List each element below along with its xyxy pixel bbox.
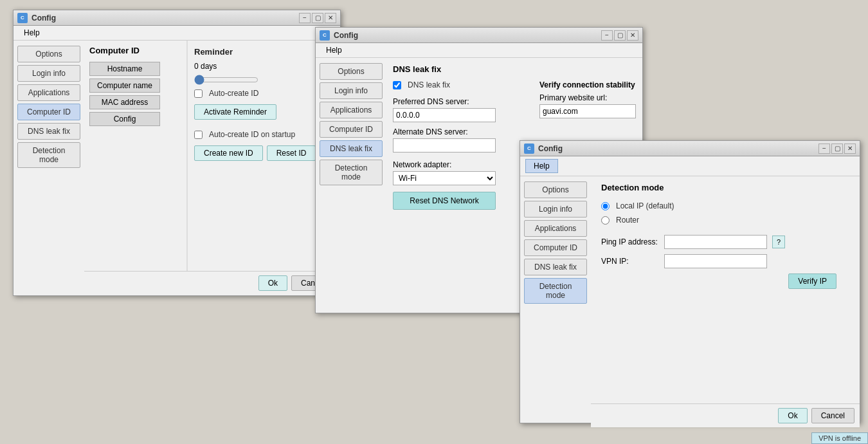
body-1: Options Login info Applications Computer… bbox=[14, 41, 340, 295]
vpn-ip-label: VPN IP: bbox=[601, 257, 659, 266]
radio-group: Local IP (default) Router bbox=[601, 201, 849, 225]
sidebar-detection-3[interactable]: Detection mode bbox=[524, 278, 587, 304]
sidebar-dns-1[interactable]: DNS leak fix bbox=[17, 123, 80, 140]
section-title-1: Computer ID bbox=[89, 46, 181, 55]
ok-btn-3[interactable]: Ok bbox=[778, 408, 807, 423]
sidebar-detection-2[interactable]: Detection mode bbox=[320, 160, 383, 185]
sidebar-2: Options Login info Applications Computer… bbox=[316, 58, 386, 312]
sidebar-applications-1[interactable]: Applications bbox=[17, 84, 80, 101]
minimize-btn-1[interactable]: − bbox=[299, 13, 311, 23]
create-new-id-btn[interactable]: Create new ID bbox=[194, 145, 263, 161]
ok-btn-1[interactable]: Ok bbox=[258, 275, 287, 291]
minimize-btn-3[interactable]: − bbox=[818, 143, 830, 154]
verify-ip-btn[interactable]: Verify IP bbox=[788, 273, 836, 289]
window-config-1: C Config − ▢ ✕ Help Options Login info A… bbox=[13, 10, 341, 296]
app-icon-3: C bbox=[524, 143, 534, 154]
ping-help-btn[interactable]: ? bbox=[772, 236, 785, 248]
window-title-3: Config bbox=[538, 144, 818, 153]
network-adapter-select[interactable]: Wi-Fi bbox=[393, 171, 496, 185]
vpn-ip-row: VPN IP: bbox=[601, 254, 849, 268]
radio-router-input[interactable] bbox=[601, 216, 610, 225]
maximize-btn-3[interactable]: ▢ bbox=[831, 143, 843, 154]
dns-checkbox-label: DNS leak fix bbox=[408, 80, 450, 89]
sidebar-login-1[interactable]: Login info bbox=[17, 65, 80, 82]
reminder-slider[interactable] bbox=[194, 75, 258, 85]
sidebar-1: Options Login info Applications Computer… bbox=[14, 41, 84, 295]
reset-id-btn[interactable]: Reset ID bbox=[267, 145, 316, 161]
title-controls-1: − ▢ ✕ bbox=[299, 13, 336, 23]
maximize-btn-1[interactable]: ▢ bbox=[312, 13, 323, 23]
hostname-btn[interactable]: Hostname bbox=[89, 62, 160, 76]
autocreate-checkbox[interactable] bbox=[194, 89, 203, 98]
window-config-3: C Config − ▢ ✕ Help Options Login info A… bbox=[520, 140, 860, 423]
title-bar-1[interactable]: C Config − ▢ ✕ bbox=[14, 10, 340, 26]
ping-ip-row: Ping IP address: ? bbox=[601, 235, 849, 249]
sidebar-applications-2[interactable]: Applications bbox=[320, 102, 383, 118]
radio-local-ip: Local IP (default) bbox=[601, 201, 849, 210]
computer-id-section-1: Computer ID Hostname Computer name MAC a… bbox=[84, 41, 187, 271]
ping-ip-input[interactable] bbox=[664, 235, 767, 249]
close-btn-2[interactable]: ✕ bbox=[627, 30, 638, 41]
maximize-btn-2[interactable]: ▢ bbox=[614, 30, 626, 41]
title-controls-3: − ▢ ✕ bbox=[818, 143, 856, 154]
slider-container bbox=[194, 75, 334, 85]
radio-router: Router bbox=[601, 216, 849, 225]
primary-url-label: Primary website url: bbox=[539, 93, 636, 102]
sidebar-3: Options Login info Applications Computer… bbox=[520, 176, 591, 427]
detection-content: Detection mode Local IP (default) Router… bbox=[591, 176, 860, 403]
macaddress-btn[interactable]: MAC address bbox=[89, 95, 160, 109]
autocreate-label: Auto-create ID bbox=[209, 89, 258, 98]
sidebar-computerid-1[interactable]: Computer ID bbox=[17, 104, 80, 120]
radio-local-ip-label: Local IP (default) bbox=[616, 201, 674, 210]
sidebar-computerid-3[interactable]: Computer ID bbox=[524, 239, 587, 256]
autocreate-startup-checkbox[interactable] bbox=[194, 131, 203, 139]
footer-3: Ok Cancel bbox=[591, 403, 860, 427]
activate-reminder-btn[interactable]: Activate Reminder bbox=[194, 104, 276, 120]
sidebar-applications-3[interactable]: Applications bbox=[524, 220, 587, 237]
autocreate-startup-label: Auto-create ID on startup bbox=[209, 130, 295, 139]
alternate-dns-label: Alternate DNS server: bbox=[393, 127, 516, 136]
reminder-title: Reminder bbox=[194, 47, 334, 57]
sidebar-computerid-2[interactable]: Computer ID bbox=[320, 121, 383, 138]
sidebar-login-3[interactable]: Login info bbox=[524, 201, 587, 217]
menu-help-1[interactable]: Help bbox=[19, 27, 45, 39]
dns-left: DNS leak fix Preferred DNS server: Alter… bbox=[393, 80, 516, 210]
app-icon-1: C bbox=[17, 13, 28, 23]
detection-title: Detection mode bbox=[601, 183, 849, 192]
window-title-1: Config bbox=[32, 14, 299, 23]
title-bar-3[interactable]: C Config − ▢ ✕ bbox=[520, 141, 860, 156]
config-btn[interactable]: Config bbox=[89, 112, 160, 126]
close-btn-3[interactable]: ✕ bbox=[844, 143, 856, 154]
dns-section-title: DNS leak fix bbox=[393, 64, 636, 74]
minimize-btn-2[interactable]: − bbox=[601, 30, 613, 41]
close-btn-1[interactable]: ✕ bbox=[325, 13, 336, 23]
alternate-dns-input[interactable] bbox=[393, 138, 496, 153]
reset-dns-btn[interactable]: Reset DNS Network bbox=[393, 192, 496, 210]
primary-url-input[interactable] bbox=[539, 104, 636, 118]
sidebar-options-1[interactable]: Options bbox=[17, 46, 80, 62]
reminder-days: 0 days bbox=[194, 62, 334, 71]
sidebar-detection-1[interactable]: Detection mode bbox=[17, 142, 80, 168]
preferred-dns-input[interactable] bbox=[393, 108, 496, 122]
menu-help-2[interactable]: Help bbox=[321, 44, 347, 56]
sidebar-dns-3[interactable]: DNS leak fix bbox=[524, 259, 587, 275]
help-tab-btn[interactable]: Help bbox=[525, 159, 558, 173]
radio-local-ip-input[interactable] bbox=[601, 202, 610, 210]
verify-title: Verify connection stability bbox=[539, 80, 636, 89]
help-tab-bar: Help bbox=[520, 156, 860, 176]
status-bar: VPN is offline bbox=[811, 432, 868, 444]
footer-1: Ok Canc... bbox=[84, 271, 340, 295]
network-adapter-label: Network adapter: bbox=[393, 160, 516, 169]
sidebar-login-2[interactable]: Login info bbox=[320, 82, 383, 99]
cancel-btn-3[interactable]: Cancel bbox=[811, 408, 854, 423]
sidebar-options-2[interactable]: Options bbox=[320, 63, 383, 80]
computername-btn[interactable]: Computer name bbox=[89, 79, 160, 93]
sidebar-options-3[interactable]: Options bbox=[524, 181, 587, 198]
sidebar-dns-2[interactable]: DNS leak fix bbox=[320, 140, 383, 157]
vpn-ip-input[interactable] bbox=[664, 254, 767, 268]
menu-bar-1: Help bbox=[14, 26, 340, 41]
title-bar-2[interactable]: C Config − ▢ ✕ bbox=[316, 28, 642, 43]
body-3: Options Login info Applications Computer… bbox=[520, 176, 860, 427]
status-text: VPN is offline bbox=[818, 434, 861, 442]
dns-checkbox[interactable] bbox=[393, 81, 401, 89]
